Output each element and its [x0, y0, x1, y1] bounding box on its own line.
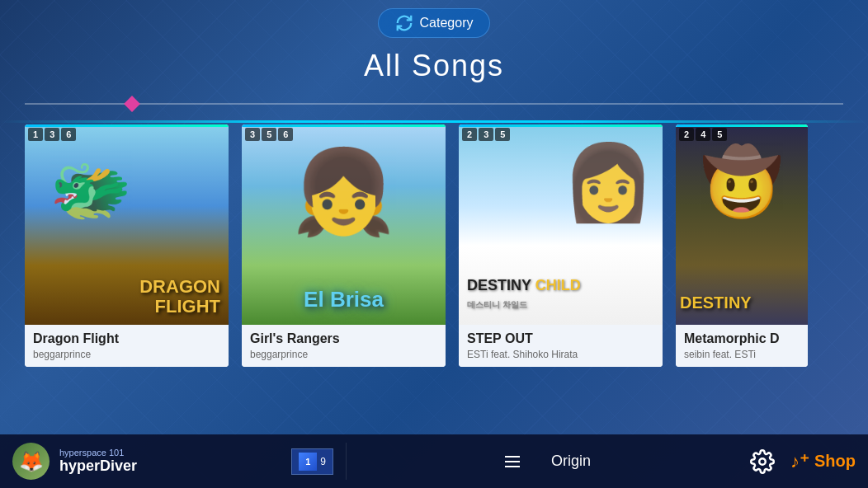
page-title: All Songs	[0, 42, 868, 96]
diff-badge-1: 2	[462, 128, 477, 141]
girls-rangers-logo: El Brisa	[304, 287, 384, 312]
diff-badge-3: 5	[495, 128, 510, 141]
song-title: STEP OUT	[467, 331, 654, 346]
song-artist: seibin feat. ESTi	[684, 349, 800, 360]
settings-button[interactable]	[747, 446, 778, 477]
shop-label: Shop	[814, 452, 856, 471]
player-info: hyperspace 101 hyperDiver	[59, 448, 281, 475]
card-artwork-girls-rangers: El Brisa	[242, 127, 446, 325]
dragon-flight-logo: DRAGONFLIGHT	[139, 277, 220, 317]
top-accent-line	[0, 120, 868, 123]
rank-number-icon: 1	[299, 453, 317, 471]
difficulty-bar: 1 3 6	[25, 124, 229, 144]
bottom-bar: 🦊 hyperspace 101 hyperDiver 1 9 Origin	[0, 434, 868, 488]
diff-badge-2: 5	[262, 128, 276, 141]
diff-badge-2: 4	[696, 128, 710, 141]
card-info: Metamorphic D seibin feat. ESTi	[676, 325, 808, 367]
settings-section: ♪⁺ Shop	[734, 446, 868, 477]
diff-badge-2: 3	[479, 128, 493, 141]
diff-badge-1: 3	[245, 128, 260, 141]
top-bar: Category	[0, 0, 868, 42]
slider-thumb[interactable]	[124, 96, 140, 112]
slider-track	[25, 103, 843, 105]
step-out-logo: DESTINY CHILD데스티니 차일드	[467, 277, 581, 312]
card-artwork-metamorphic: DESTINY	[676, 127, 808, 325]
player-avatar: 🦊	[12, 443, 50, 480]
song-title: Metamorphic D	[684, 331, 800, 346]
diff-badge-1: 2	[679, 128, 694, 141]
card-info: Dragon Flight beggarprince	[25, 325, 229, 367]
rank-badge: 1 9	[291, 448, 333, 475]
difficulty-bar: 3 5 6	[242, 124, 446, 144]
metamorphic-logo: DESTINY	[680, 293, 752, 312]
card-info: Girl's Rangers beggarprince	[242, 325, 446, 367]
category-label: Category	[420, 16, 474, 30]
difficulty-bar: 2 4 5	[676, 124, 808, 144]
nav-section: Origin	[347, 445, 734, 478]
gear-icon	[750, 449, 775, 474]
player-level: hyperspace 101	[59, 448, 281, 458]
list-view-button[interactable]	[490, 445, 535, 478]
diff-badge-1: 1	[28, 128, 43, 141]
song-card-step-out[interactable]: 2 3 5 DESTINY CHILD데스티니 차일드 STEP OUT EST…	[459, 124, 663, 367]
card-artwork-dragon-flight: DRAGONFLIGHT	[25, 127, 229, 325]
music-add-icon: ♪⁺	[790, 451, 809, 472]
diff-badge-2: 3	[45, 128, 59, 141]
diff-badge-3: 6	[61, 128, 76, 141]
song-artist: beggarprince	[33, 349, 220, 360]
card-info: STEP OUT ESTi feat. Shihoko Hirata	[459, 325, 663, 367]
rank-number: 1	[305, 457, 310, 467]
song-artist: beggarprince	[250, 349, 437, 360]
diff-badge-3: 5	[712, 128, 727, 141]
diff-badge-3: 6	[278, 128, 293, 141]
song-card-girls-rangers[interactable]: 3 5 6 El Brisa Girl's Rangers beggarprin…	[242, 124, 446, 367]
refresh-icon	[395, 14, 413, 32]
song-card-metamorphic[interactable]: 2 4 5 DESTINY Metamorphic D seibin feat.…	[676, 124, 808, 367]
card-artwork-step-out: DESTINY CHILD데스티니 차일드	[459, 127, 663, 325]
shop-button[interactable]: ♪⁺ Shop	[790, 451, 856, 472]
song-title: Dragon Flight	[33, 331, 220, 346]
song-slider[interactable]	[25, 96, 843, 112]
svg-point-3	[759, 458, 766, 465]
song-artist: ESTi feat. Shihoko Hirata	[467, 349, 654, 360]
rank-count: 9	[320, 456, 326, 467]
player-section: 🦊 hyperspace 101 hyperDiver 1 9	[0, 443, 347, 480]
song-card-dragon-flight[interactable]: 1 3 6 DRAGONFLIGHT Dragon Flight beggarp…	[25, 124, 229, 367]
songs-grid: 1 3 6 DRAGONFLIGHT Dragon Flight beggarp…	[0, 124, 868, 367]
song-title: Girl's Rangers	[250, 331, 437, 346]
player-name: hyperDiver	[59, 458, 281, 475]
category-button[interactable]: Category	[378, 8, 491, 38]
origin-label: Origin	[551, 453, 591, 470]
list-icon	[502, 452, 522, 472]
difficulty-bar: 2 3 5	[459, 124, 663, 144]
